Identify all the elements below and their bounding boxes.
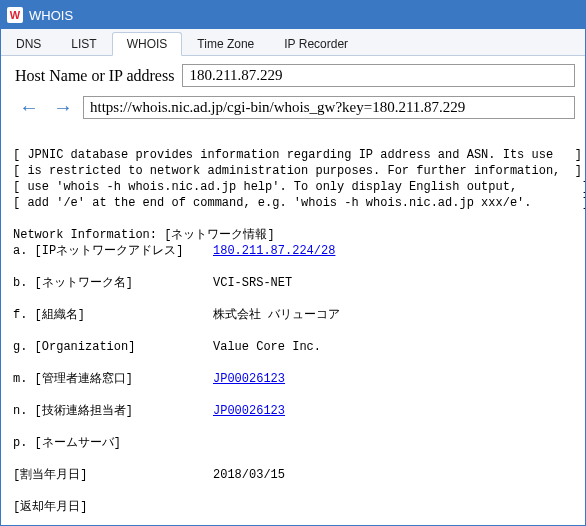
host-ip-input[interactable] [182,64,575,87]
field-key: a. [IPネットワークアドレス] [13,243,213,259]
field-val: 2018/03/15 [213,467,285,483]
field-key: [返却年月日] [13,499,213,515]
search-label: Host Name or IP address [15,67,174,85]
field-key: g. [Organization] [13,339,213,355]
field-val: Value Core Inc. [213,339,321,355]
search-toolbar: Host Name or IP address [1,56,585,91]
ip-network-link[interactable]: 180.211.87.224/28 [213,243,335,259]
forward-button[interactable]: → [49,95,77,119]
tab-whois[interactable]: WHOIS [112,32,183,56]
contact-link[interactable]: JP00026123 [213,403,285,419]
field-key: m. [管理者連絡窓口] [13,371,213,387]
whois-output: [ JPNIC database provides information re… [1,127,585,525]
field-key: n. [技術連絡担当者] [13,403,213,419]
tab-dns[interactable]: DNS [1,32,56,55]
titlebar: W WHOIS [1,1,585,29]
field-key: f. [組織名] [13,307,213,323]
tab-iprecorder[interactable]: IP Recorder [269,32,363,55]
field-key: p. [ネームサーバ] [13,435,213,451]
field-key: b. [ネットワーク名] [13,275,213,291]
back-button[interactable]: ← [15,95,43,119]
banner-line: [ add '/e' at the end of command, e.g. '… [13,196,585,210]
app-icon: W [7,7,23,23]
tab-timezone[interactable]: Time Zone [182,32,269,55]
field-val: 株式会社 バリューコア [213,307,340,323]
field-key: [割当年月日] [13,467,213,483]
banner-line: [ JPNIC database provides information re… [13,148,582,162]
net-header: Network Information: [ネットワーク情報] [13,228,275,242]
tabs: DNS LIST WHOIS Time Zone IP Recorder [1,29,585,56]
contact-link[interactable]: JP00026123 [213,371,285,387]
url-input[interactable] [83,96,575,119]
banner-line: [ is restricted to network administratio… [13,164,582,178]
banner-line: [ use 'whois -h whois.nic.ad.jp help'. T… [13,180,585,194]
tab-list[interactable]: LIST [56,32,111,55]
url-toolbar: ← → [1,91,585,127]
field-val: VCI-SRS-NET [213,275,292,291]
window-title: WHOIS [29,8,73,23]
